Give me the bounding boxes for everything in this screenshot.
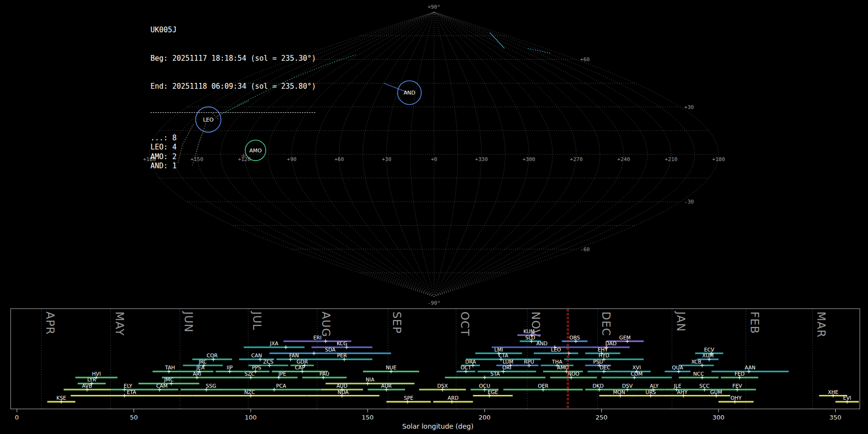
shower-label: OER	[538, 383, 548, 389]
shower-label: SZC	[244, 371, 255, 377]
shower-label: DAD	[605, 340, 616, 346]
separator	[150, 112, 315, 113]
shower-label: FAN	[289, 353, 299, 358]
info-block: UK005J Beg: 20251117 18:18:54 (sol = 235…	[150, 7, 316, 190]
shower-label: EHY	[597, 347, 608, 353]
shower-DSX: DSX	[419, 383, 466, 392]
shower-label: JRC	[198, 359, 207, 365]
shower-label: DSX	[437, 383, 448, 389]
shower-label: DSV	[622, 383, 633, 389]
x-tick-label: 300	[713, 414, 725, 421]
lat-grid-label: -90°	[428, 300, 441, 306]
shower-HVI: HVI	[75, 371, 117, 380]
grid-meridian	[434, 12, 458, 297]
shower-label: SCC	[699, 383, 709, 389]
shower-label: AHY	[677, 389, 688, 395]
shower-label: SPE	[404, 395, 414, 401]
lon-grid-label: +30	[382, 156, 392, 163]
shower-SPE: SPE	[386, 395, 431, 404]
shower-label: DEC	[600, 365, 610, 370]
shower-AAN: AAN	[711, 365, 788, 373]
lat-grid-label: -60	[580, 246, 590, 253]
grid-meridian	[434, 12, 576, 297]
month-label: JUN	[182, 311, 195, 333]
shower-label: AND	[536, 340, 547, 346]
x-axis-title: Solar longitude (deg)	[402, 422, 474, 430]
shower-label: DKD	[593, 383, 604, 389]
shower-label: ZCS	[263, 359, 274, 365]
grid-meridian	[410, 12, 434, 297]
shower-label: PCA	[276, 383, 287, 389]
shower-label: OHY	[731, 395, 742, 401]
shower-NUE: NUE	[363, 365, 419, 373]
shower-count: AMO: 2	[150, 152, 316, 162]
shower-label: NUE	[386, 365, 396, 370]
shower-label: OBS	[570, 335, 580, 340]
shower-label: DRA	[465, 359, 476, 365]
month-label: JUL	[251, 311, 263, 330]
shower-label: ETA	[127, 389, 136, 395]
shower-label: XCB	[691, 359, 701, 365]
lon-grid-label: +300	[522, 156, 535, 163]
shower-label: NDA	[338, 389, 349, 395]
station-id: UK005J	[150, 26, 316, 35]
radiant-label-AND: AND	[404, 90, 415, 96]
shower-label: ARI	[193, 371, 202, 377]
month-label: APR	[44, 312, 56, 335]
shower-OER: OER	[503, 383, 583, 392]
grid-meridian	[434, 12, 719, 297]
shower-label: LUM	[502, 359, 513, 365]
x-tick-label: 100	[245, 414, 257, 421]
shower-label: ECV	[704, 347, 715, 353]
shower-label: LYR	[87, 377, 96, 382]
grid-meridian	[434, 12, 624, 297]
shower-label: SSG	[206, 383, 216, 389]
grid-meridian	[434, 12, 553, 297]
lon-grid-label: +330	[475, 156, 488, 163]
month-label: MAY	[113, 312, 126, 336]
month-label: FEB	[748, 312, 761, 334]
x-tick-label: 250	[596, 414, 608, 421]
shower-label: KSE	[56, 395, 66, 401]
lon-grid-label: +240	[617, 156, 630, 163]
month-label: SEP	[391, 312, 403, 334]
month-label: OCT	[459, 312, 471, 336]
shower-label: LMI	[494, 347, 503, 353]
shower-label: FED	[734, 371, 745, 377]
lon-grid-label: +210	[665, 156, 678, 163]
month-label: JAN	[675, 311, 687, 332]
shower-label: COR	[207, 353, 218, 358]
shower-label: GUM	[710, 389, 722, 395]
activity-chart: APRMAYJUNJULAUGSEPOCTNOVDECJANFEBMARKUME…	[11, 309, 860, 430]
shower-label: JXA	[270, 340, 279, 346]
shower-counts: ...: 8LEO: 4AMO: 2AND: 1	[150, 134, 316, 171]
shower-label: JPE	[278, 371, 286, 377]
x-tick-label: 150	[362, 414, 374, 421]
shower-label: IIP	[227, 365, 233, 370]
shower-count: AND: 1	[150, 162, 316, 171]
shower-label: KUM	[523, 328, 534, 334]
shower-label: THA	[552, 359, 563, 365]
month-label: DEC	[600, 312, 612, 336]
shower-label: TAH	[164, 365, 175, 370]
shower-label: SLD	[525, 335, 535, 340]
shower-label: KCG	[337, 340, 347, 346]
shower-label: MON	[613, 389, 625, 395]
shower-label: OCT	[461, 365, 472, 370]
shower-label: RPU	[524, 359, 534, 365]
grid-meridian	[434, 12, 648, 297]
shower-label: AUD	[337, 383, 348, 389]
radiant-plot-page: ANDLEOAMO+180+150+120+90+60+30+0+330+300…	[0, 0, 868, 434]
shower-label: HVI	[92, 371, 101, 377]
shower-label: STA	[490, 371, 500, 377]
radiant-activity-plot: ANDLEOAMO+180+150+120+90+60+30+0+330+300…	[0, 0, 868, 434]
shower-label: JMC	[164, 377, 174, 382]
shower-label: PER	[337, 353, 347, 358]
end-time: End: 20251118 06:09:34 (sol = 235.80°)	[150, 82, 316, 92]
shower-OBS: OBS	[562, 335, 587, 343]
shower-FEV: FEV	[719, 383, 756, 392]
shower-label: CAM	[156, 383, 168, 389]
shower-label: ALY	[650, 383, 659, 389]
shower-DKD: DKD	[585, 383, 611, 392]
x-tick-label: 0	[15, 414, 19, 421]
